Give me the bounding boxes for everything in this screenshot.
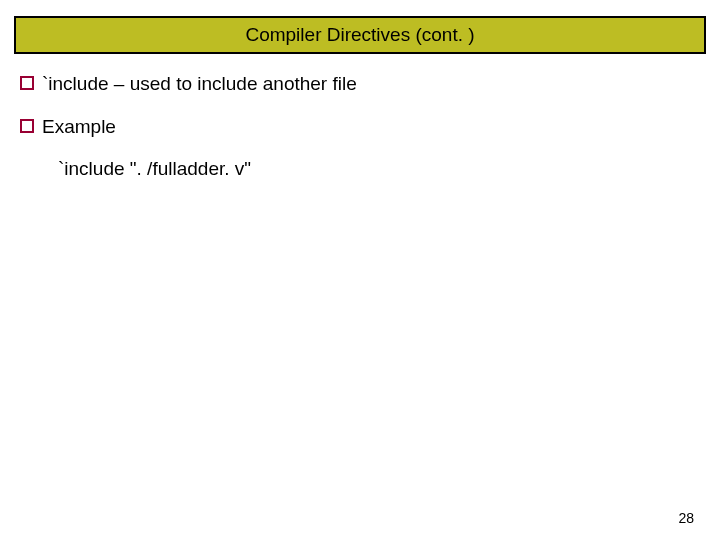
page-number: 28 <box>678 510 694 526</box>
content-area: `include – used to include another file … <box>20 72 700 182</box>
slide-title: Compiler Directives (cont. ) <box>245 24 474 46</box>
bullet-item: Example <box>20 115 700 140</box>
bullet-box-icon <box>20 76 34 90</box>
bullet-box-icon <box>20 119 34 133</box>
title-bar: Compiler Directives (cont. ) <box>14 16 706 54</box>
bullet-item: `include – used to include another file <box>20 72 700 97</box>
bullet-text: Example <box>42 115 116 140</box>
example-code: `include ". /fulladder. v" <box>58 157 700 182</box>
bullet-text: `include – used to include another file <box>42 72 357 97</box>
